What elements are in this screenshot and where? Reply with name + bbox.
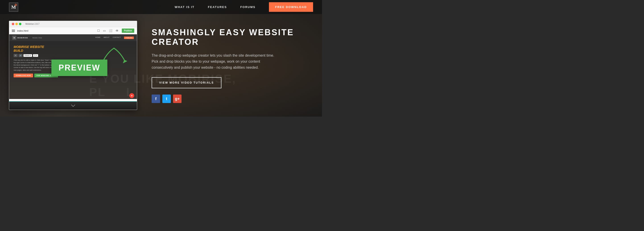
tutorial-button[interactable]: VIEW MORE VIDEO TUTORIALS xyxy=(152,77,222,88)
add-block-button[interactable]: + xyxy=(129,93,134,98)
logo-box: M xyxy=(9,2,18,12)
inner-logo: M MOBIRISE xyxy=(12,36,28,40)
preview-eye-icon[interactable]: 👁 xyxy=(116,29,119,32)
font-size-select[interactable]: 21 ▾ xyxy=(33,54,38,57)
bottom-strip xyxy=(9,101,137,110)
link-icon[interactable]: 🔗 xyxy=(18,54,22,57)
inner-website-preview: M MOBIRISE Mobile View HOME ABOUT CONTAC… xyxy=(9,34,137,101)
preview-overlay-label: PREVIEW xyxy=(52,60,108,76)
inner-heading: MOBIRISE WEBSITE BUILD xyxy=(14,45,132,52)
inner-nav-about: ABOUT xyxy=(104,36,110,39)
nav-links: WHAT IS IT FEATURES FORUMS FREE DOWNLOAD xyxy=(174,2,313,12)
nav-features[interactable]: FEATURES xyxy=(208,5,227,9)
font-select[interactable]: Roboto ▾ xyxy=(24,54,32,57)
inner-logo-box: M xyxy=(12,36,16,40)
inner-text-toolbar: B 🔗 Roboto ▾ 21 ▾ xyxy=(14,54,132,57)
app-toolbar: index.html ☐ ▭ ⬜ 👁 Publish xyxy=(9,27,137,34)
svg-point-0 xyxy=(15,4,16,6)
publish-button[interactable]: Publish xyxy=(122,28,134,33)
mobile-icon[interactable]: ☐ xyxy=(97,29,100,32)
inner-nav-home: HOME xyxy=(96,36,100,39)
nav-what-is-it[interactable]: WHAT IS IT xyxy=(174,5,194,9)
tablet-icon[interactable]: ▭ xyxy=(103,29,106,32)
right-content: E YOU LIKE MOBIRISE, PL L SMASHINGLY EAS… xyxy=(152,28,313,103)
main-nav: M WHAT IS IT FEATURES FORUMS FREE DOWNLO… xyxy=(0,0,322,14)
twitter-icon[interactable]: t xyxy=(162,94,171,103)
minimize-dot[interactable] xyxy=(16,23,18,25)
inner-mobile-view-label: Mobile View xyxy=(32,37,42,38)
file-name: index.html xyxy=(17,30,28,32)
main-heading: SMASHINGLY EASY WEBSITE CREATOR xyxy=(152,28,313,47)
menu-icon[interactable] xyxy=(12,30,15,32)
googleplus-icon[interactable]: g+ xyxy=(173,94,182,103)
nav-logo[interactable]: M xyxy=(9,2,18,12)
bold-icon[interactable]: B xyxy=(14,54,18,57)
maximize-dot[interactable] xyxy=(19,23,22,25)
main-description: The drag-and-drop webpage creator lets y… xyxy=(152,52,281,71)
main-content: Mobirise 2.8.7 index.html ☐ ▭ ⬜ 👁 Publis… xyxy=(0,14,322,116)
window-title: Mobirise 2.8.7 xyxy=(26,23,40,25)
window-controls xyxy=(12,23,22,25)
app-titlebar: Mobirise 2.8.7 xyxy=(9,21,137,27)
app-window: Mobirise 2.8.7 index.html ☐ ▭ ⬜ 👁 Publis… xyxy=(9,21,137,110)
toolbar-right: ☐ ▭ ⬜ 👁 Publish xyxy=(97,28,134,33)
inner-download-btn[interactable]: DOWNLOAD NOW xyxy=(14,74,33,77)
inner-nav-contact: CONTACT xyxy=(112,36,121,39)
toolbar-left: index.html xyxy=(12,30,28,32)
chevron-down-icon xyxy=(71,104,75,107)
nav-forums[interactable]: FORUMS xyxy=(240,5,255,9)
inner-nav-links: HOME ABOUT CONTACT PUBLISH xyxy=(96,36,134,39)
desktop-icon[interactable]: ⬜ xyxy=(109,29,112,32)
inner-nav: M MOBIRISE Mobile View HOME ABOUT CONTAC… xyxy=(9,34,137,41)
social-icons: f t g+ xyxy=(152,94,313,103)
inner-publish-label: PUBLISH xyxy=(124,36,134,39)
gear-icon xyxy=(14,3,18,6)
facebook-icon[interactable]: f xyxy=(152,94,160,103)
app-mockup-container: Mobirise 2.8.7 index.html ☐ ▭ ⬜ 👁 Publis… xyxy=(9,21,138,110)
close-dot[interactable] xyxy=(12,23,14,25)
free-download-button[interactable]: FREE DOWNLOAD xyxy=(269,2,313,12)
inner-logo-text: MOBIRISE xyxy=(18,37,28,39)
